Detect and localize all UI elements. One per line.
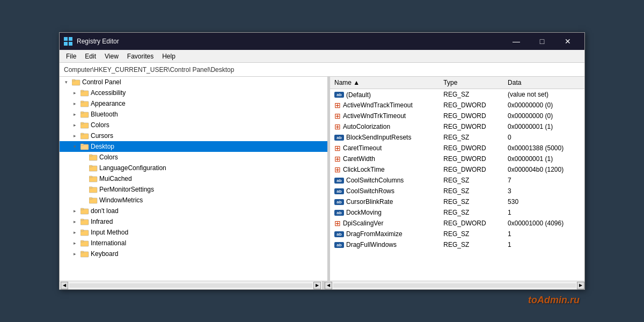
registry-scroll-x[interactable]: ◀ ▶ bbox=[325, 281, 585, 289]
table-row[interactable]: ab(Default) REG_SZ (value not set) bbox=[330, 89, 584, 100]
col-header-type[interactable]: Type bbox=[439, 77, 503, 89]
reg-icon-grid: ⊞ bbox=[334, 165, 341, 174]
tree-scroll-x[interactable]: ◀ ▶ bbox=[60, 281, 323, 289]
maximize-button[interactable]: □ bbox=[530, 33, 554, 50]
expand-colors[interactable]: ▸ bbox=[70, 121, 79, 129]
table-row[interactable]: abBlockSendInputResets REG_SZ 0 bbox=[330, 132, 584, 143]
table-row[interactable]: abCoolSwitchRows REG_SZ 3 bbox=[330, 186, 584, 196]
tree-item-infrared[interactable]: ▸ Infrared bbox=[60, 216, 327, 227]
expand-infrared[interactable]: ▸ bbox=[70, 217, 79, 226]
reg-name: ActiveWndTrackTimeout bbox=[343, 101, 413, 109]
menu-item-help[interactable]: Help bbox=[158, 52, 180, 61]
table-row[interactable]: ⊞CaretTimeout REG_DWORD 0x00001388 (5000… bbox=[330, 143, 584, 153]
svg-rect-37 bbox=[80, 251, 84, 253]
menu-item-view[interactable]: View bbox=[100, 52, 123, 61]
expand-cursors[interactable]: ▸ bbox=[70, 131, 79, 140]
svg-rect-11 bbox=[80, 112, 84, 113]
table-header-row: Name ▲ Type Data bbox=[330, 77, 584, 89]
tree-item-accessibility[interactable]: ▸ Accessibility bbox=[60, 87, 327, 98]
expand-input-method[interactable]: ▸ bbox=[70, 228, 79, 237]
tree-item-input-method[interactable]: ▸ Input Method bbox=[60, 227, 327, 238]
reg-icon-ab: ab bbox=[334, 242, 344, 248]
col-header-name[interactable]: Name ▲ bbox=[330, 77, 439, 89]
tree-item-control-panel[interactable]: ▾ Control Panel bbox=[60, 77, 327, 87]
table-row[interactable]: abCoolSwitchColumns REG_SZ 7 bbox=[330, 175, 584, 186]
svg-rect-35 bbox=[80, 240, 84, 242]
cell-data: 0 bbox=[503, 132, 584, 143]
cell-data: 3 bbox=[503, 186, 584, 196]
table-row[interactable]: ⊞ActiveWndTrackTimeout REG_DWORD 0x00000… bbox=[330, 100, 584, 111]
tree-item-language-configuration[interactable]: LanguageConfiguration bbox=[60, 163, 327, 173]
tree-label-appearance: Appearance bbox=[91, 100, 126, 107]
table-row[interactable]: abDockMoving REG_SZ 1 bbox=[330, 207, 584, 218]
folder-icon-desktop-colors bbox=[89, 153, 98, 161]
tree-item-colors[interactable]: ▸ Colors bbox=[60, 120, 327, 130]
scroll-left-arrow[interactable]: ◀ bbox=[61, 282, 68, 289]
tree-label-input-method: Input Method bbox=[91, 229, 128, 236]
expand-keyboard[interactable]: ▸ bbox=[70, 250, 79, 258]
col-header-data[interactable]: Data bbox=[503, 77, 584, 89]
tree-item-bluetooth[interactable]: ▸ Bluetooth bbox=[60, 109, 327, 120]
table-row[interactable]: abDragFullWindows REG_SZ 1 bbox=[330, 239, 584, 250]
tree-label-infrared: Infrared bbox=[91, 218, 113, 225]
expand-international[interactable]: ▸ bbox=[70, 239, 79, 247]
expand-accessibility[interactable]: ▸ bbox=[70, 89, 79, 97]
menu-item-file[interactable]: File bbox=[62, 52, 80, 61]
svg-rect-2 bbox=[64, 42, 68, 46]
cell-data: 0x00000000 (0) bbox=[503, 100, 584, 111]
bottom-scroll-bar: ◀ ▶ ◀ ▶ bbox=[60, 281, 584, 289]
table-row[interactable]: ⊞CaretWidth REG_DWORD 0x00000001 (1) bbox=[330, 153, 584, 164]
window-controls: — □ ✕ bbox=[504, 33, 580, 50]
table-row[interactable]: abDragFromMaximize REG_SZ 1 bbox=[330, 229, 584, 239]
scroll-left-arrow2[interactable]: ◀ bbox=[325, 282, 332, 289]
menu-bar: FileEditViewFavoritesHelp bbox=[60, 50, 584, 63]
table-row[interactable]: ⊞AutoColorization REG_DWORD 0x00000001 (… bbox=[330, 121, 584, 132]
tree-item-appearance[interactable]: ▸ Appearance bbox=[60, 98, 327, 109]
registry-table: Name ▲ Type Data ab(Default) REG_SZ (val… bbox=[330, 77, 584, 250]
tree-item-dont-load[interactable]: ▸ don't load bbox=[60, 206, 327, 216]
tree-item-windowmetrics[interactable]: WindowMetrics bbox=[60, 195, 327, 206]
cell-type: REG_SZ bbox=[439, 239, 503, 250]
tree-panel[interactable]: ▾ Control Panel▸ Accessibility▸ Appearan… bbox=[60, 77, 328, 281]
menu-item-favorites[interactable]: Favorites bbox=[123, 52, 158, 61]
expand-control-panel[interactable]: ▾ bbox=[62, 78, 70, 86]
expand-bluetooth[interactable]: ▸ bbox=[70, 110, 79, 119]
tree-label-keyboard: Keyboard bbox=[91, 250, 118, 258]
scroll-right-arrow[interactable]: ▶ bbox=[313, 282, 321, 289]
tree-item-cursors[interactable]: ▸ Cursors bbox=[60, 130, 327, 141]
cell-data: 7 bbox=[503, 175, 584, 186]
svg-rect-3 bbox=[69, 42, 72, 46]
tree-item-desktop-colors[interactable]: Colors bbox=[60, 152, 327, 163]
tree-item-keyboard[interactable]: ▸ Keyboard bbox=[60, 248, 327, 259]
tree-item-permonitorsettings[interactable]: PerMonitorSettings bbox=[60, 184, 327, 195]
table-row[interactable]: ⊞DpiScalingVer REG_DWORD 0x00001000 (409… bbox=[330, 218, 584, 229]
menu-item-edit[interactable]: Edit bbox=[80, 52, 100, 61]
expand-appearance[interactable]: ▸ bbox=[70, 99, 79, 108]
table-row[interactable]: ⊞ClickLockTime REG_DWORD 0x000004b0 (120… bbox=[330, 164, 584, 175]
table-row[interactable]: ⊞ActiveWndTrkTimeout REG_DWORD 0x0000000… bbox=[330, 111, 584, 121]
cell-data: 0x000004b0 (1200) bbox=[503, 164, 584, 175]
scroll-right-arrow2[interactable]: ▶ bbox=[577, 282, 584, 289]
tree-label-bluetooth: Bluetooth bbox=[91, 111, 118, 118]
expand-dont-load[interactable]: ▸ bbox=[70, 207, 79, 215]
cell-type: REG_DWORD bbox=[439, 111, 503, 121]
folder-icon-language-configuration bbox=[89, 164, 98, 172]
reg-name: ActiveWndTrkTimeout bbox=[343, 112, 406, 120]
table-row[interactable]: abCursorBlinkRate REG_SZ 530 bbox=[330, 196, 584, 207]
cell-data: 0x00000001 (1) bbox=[503, 153, 584, 164]
tree-item-muicached[interactable]: MuiCached bbox=[60, 173, 327, 184]
watermark: toAdmin.ru bbox=[528, 295, 580, 306]
expand-desktop[interactable]: ▾ bbox=[70, 142, 79, 151]
cell-data: 1 bbox=[503, 229, 584, 239]
right-panel[interactable]: Name ▲ Type Data ab(Default) REG_SZ (val… bbox=[330, 77, 584, 281]
address-bar: Computer\HKEY_CURRENT_USER\Control Panel… bbox=[60, 63, 584, 77]
reg-name: CursorBlinkRate bbox=[346, 198, 393, 206]
tree-item-desktop[interactable]: ▾ Desktop bbox=[60, 141, 327, 152]
reg-icon-ab: ab bbox=[334, 188, 344, 194]
folder-icon-keyboard bbox=[80, 250, 89, 258]
tree-label-international: International bbox=[91, 239, 126, 247]
minimize-button[interactable]: — bbox=[504, 33, 529, 50]
folder-icon-windowmetrics bbox=[89, 196, 98, 204]
tree-item-international[interactable]: ▸ International bbox=[60, 238, 327, 248]
close-button[interactable]: ✕ bbox=[555, 33, 580, 50]
